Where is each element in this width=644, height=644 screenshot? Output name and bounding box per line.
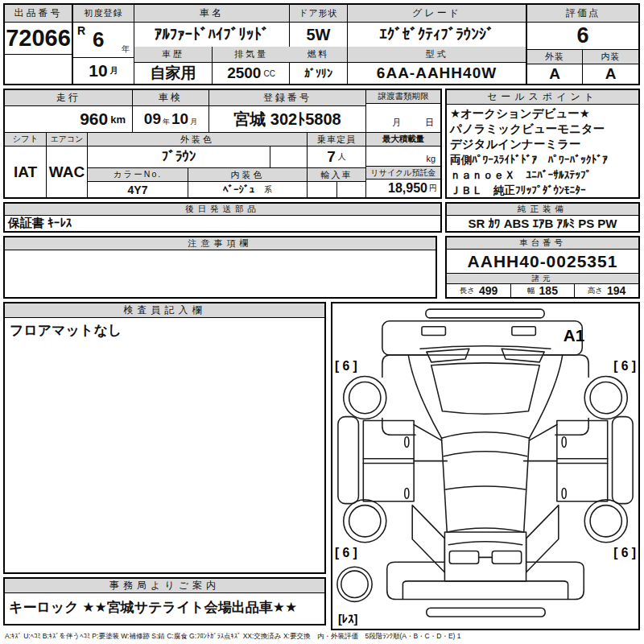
first-reg-month: 10 (89, 61, 107, 80)
cowl-line (420, 346, 551, 349)
front-left-tire-mark: [ 6 ] (335, 359, 357, 373)
front-right-fender (544, 355, 588, 377)
dims-width-label: 幅 (527, 286, 535, 296)
roof-mid-curve (445, 486, 525, 489)
capacity-unit: 人 (338, 151, 346, 163)
windshield (431, 363, 540, 414)
ext-grade-value: A (527, 64, 583, 84)
rear-right-rim (590, 506, 621, 537)
grade-column: グレード ｴｸﾞｾﾞｸﾃｨﾌﾞﾗｳﾝｼﾞ 型式 6AA-AAHH40W (348, 5, 527, 84)
capacity-value: 7 (327, 148, 336, 166)
sales-points-label: セールスポイント (447, 90, 638, 105)
rear-left-tire (344, 500, 386, 543)
later-parts-label: 後日発送部品 (5, 204, 440, 216)
door-label: ドア形状 (290, 5, 347, 23)
shaken-month: 10 (171, 110, 188, 128)
equipment-label: 純正装備 (447, 204, 638, 216)
history-label: 車歴 (134, 47, 213, 63)
shaken-label: 車検 (133, 90, 209, 106)
grade-value: ｴｸﾞｾﾞｸﾃｨﾌﾞﾗｳﾝｼﾞ (348, 23, 526, 47)
dims-length-value: 499 (479, 284, 497, 297)
sales-point-line: ｎａｎｏｅＸ ﾕﾆﾊﾞｰｻﾙｽﾃｯﾌﾟ (450, 167, 637, 183)
shaken-month-unit: 月 (190, 117, 197, 127)
transfer-label: 譲渡書類期限 (366, 90, 440, 104)
dims-length-label: 長さ (460, 286, 475, 296)
import-cell-2 (337, 182, 366, 197)
left-front-door-handle (405, 437, 409, 448)
rear-right-tire (584, 500, 627, 543)
dims-height-label: 高さ (588, 286, 603, 296)
front-bumper (382, 321, 582, 355)
transfer-cell: 月 日 (366, 104, 440, 133)
score-value: 6 (527, 23, 638, 50)
ext-grade-label: 外装 (527, 50, 583, 64)
dims-label: 諸元 (447, 274, 638, 284)
recycle-cell: 18,950 円 (366, 180, 440, 197)
chassis-value: AAHH40-0025351 (447, 250, 638, 274)
displacement-value: 2500 (227, 64, 261, 82)
first-reg-year: 6 (93, 27, 104, 52)
front-left-rim (349, 382, 381, 413)
int-grade-label: 内装 (583, 50, 638, 64)
recycle-value: 18,950 (388, 181, 427, 196)
later-parts-box: 後日発送部品 保証書 ｷｰﾚｽ (3, 202, 442, 233)
payload-cell: kg (366, 147, 440, 167)
era-mark: R (77, 24, 85, 37)
first-reg-year-cell: R 6 年 (73, 23, 134, 58)
rear-bottom-strip (427, 608, 545, 617)
car-name: ｱﾙﾌｧｰﾄﾞﾊｲﾌﾞﾘｯﾄﾞ (134, 23, 289, 47)
door-column: ドア形状 5W 燃料 ｶﾞｿﾘﾝ (290, 5, 348, 84)
roof-left-edge (442, 438, 448, 534)
front-right-tire (584, 377, 627, 419)
sales-points-body: ★オークションデビュー★ パノラミックビューモニター デジタルインナーミラー 両… (450, 106, 637, 196)
import-cell-1 (308, 182, 337, 197)
front-bumper-vent-right (512, 327, 535, 336)
sales-point-line: 両側ﾊﾟﾜｰｽﾗｲﾄﾞﾄﾞｱ ﾊﾟﾜｰﾊﾞｯｸﾄﾞｱ (450, 152, 637, 167)
front-damage-mark: A1 (564, 326, 584, 345)
year-unit: 年 (122, 43, 130, 55)
import-label: 輸入車 (308, 168, 366, 182)
capacity-cell: 7 人 (308, 147, 366, 168)
history-value: 自家用 (134, 63, 213, 84)
ext-color-value: ﾌﾞﾗｳﾝ (88, 147, 270, 168)
grade-label: グレード (348, 5, 526, 23)
roof-front-curve (444, 452, 526, 456)
notes-label: 注意事項欄 (5, 237, 436, 250)
mileage-label: 走行 (5, 90, 133, 106)
score-column: 評価点 6 外装 内装 A A (527, 5, 638, 84)
plate-label: 登録番号 (209, 90, 366, 106)
door-value: 5W (290, 23, 347, 47)
rear-left-tire-mark: [ 6 ] (335, 546, 357, 559)
sales-point-line: デジタルインナーミラー (450, 137, 637, 152)
right-front-diagonal (529, 424, 556, 440)
shift-value: IAT (5, 147, 47, 197)
recycle-label: リサイクル預託金 (366, 167, 440, 180)
hood-curve (442, 432, 530, 438)
capacity-label: 乗車定員 (308, 133, 366, 147)
front-top-strip (426, 309, 544, 318)
first-reg-month-cell: 10 月 (73, 58, 134, 84)
right-rear-door-handle (562, 488, 566, 498)
int-grade-value: A (583, 64, 638, 84)
shaken-cell: 09 年 10 月 (133, 106, 209, 133)
transfer-month-unit: 月 (392, 117, 401, 129)
displacement-unit: CC (263, 69, 275, 78)
shaken-year: 09 (144, 110, 161, 128)
fuel-value: ｶﾞｿﾘﾝ (290, 63, 347, 84)
office-box: 事務局よりご案内 キーロック ★★宮城サテライト会場出品車★★ (3, 577, 326, 625)
car-diagram-svg: A1 [ 6 ] [ 6 ] [ 6 ] [ 6 ] [ﾚｽ] (333, 305, 638, 627)
color-no-value: 4Y7 (88, 182, 188, 197)
color-no-label: カラーNo. (88, 168, 188, 182)
first-reg-label: 初度登録 (73, 5, 134, 23)
front-right-rim (590, 382, 621, 413)
right-front-door-handle (562, 437, 566, 448)
mileage-cell: 960 km (5, 106, 133, 133)
ext-color-label: 外装色 (88, 133, 308, 147)
title-table: 出品番号 72066 初度登録 R 6 年 10 月 車名 ｱﾙﾌｧｰﾄﾞﾊｲﾌ… (3, 3, 640, 85)
inspector-label: 検査員記入欄 (5, 303, 324, 318)
rear-body (444, 532, 526, 581)
right-side-skirt (613, 417, 634, 504)
inspector-box: 検査員記入欄 フロアマットなし (3, 302, 326, 574)
left-front-diagonal (414, 424, 441, 440)
sales-point-line: パノラミックビューモニター (450, 122, 637, 137)
